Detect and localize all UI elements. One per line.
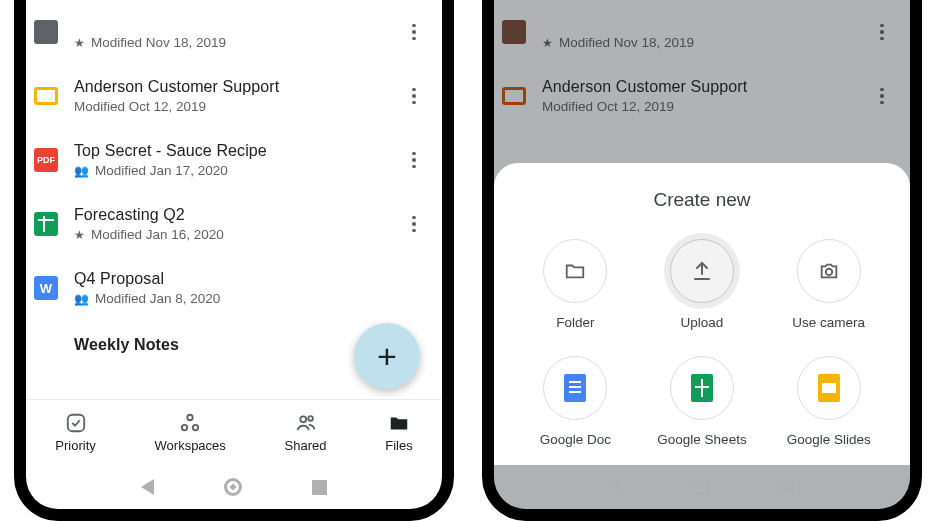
file-subline: 👥 Modified Jan 8, 2020	[74, 291, 426, 306]
file-title: Anderson Customer Support	[74, 78, 386, 96]
android-nav-bar	[26, 465, 442, 509]
back-button[interactable]	[609, 479, 622, 495]
folder-icon	[543, 239, 607, 303]
sheet-title: Create new	[516, 189, 888, 211]
svg-point-6	[825, 269, 831, 275]
star-icon: ★	[74, 36, 85, 50]
svg-point-4	[300, 416, 306, 422]
word-icon: W	[34, 276, 58, 300]
file-type-icon	[34, 334, 58, 358]
home-button[interactable]	[692, 478, 710, 496]
svg-point-3	[193, 425, 199, 431]
workspaces-icon	[179, 412, 201, 434]
more-options-button[interactable]	[402, 20, 426, 44]
phone-create-new-sheet: x ★ Modified Nov 18, 2019 Anderson Custo…	[482, 0, 922, 521]
file-row[interactable]: Forecasting Q2 ★ Modified Jan 16, 2020	[32, 192, 436, 256]
create-use-camera[interactable]: Use camera	[769, 239, 888, 330]
create-folder[interactable]: Folder	[516, 239, 635, 330]
star-icon: ★	[74, 228, 85, 242]
shared-nav-icon	[294, 412, 318, 434]
android-nav-bar	[494, 465, 910, 509]
file-title: Q4 Proposal	[74, 270, 426, 288]
upload-icon	[670, 239, 734, 303]
create-options-grid: Folder Upload Use camera Google Doc	[516, 239, 888, 447]
file-row[interactable]: Anderson Customer Support Modified Oct 1…	[32, 64, 436, 128]
phone-files-list: … ★ Modified Nov 18, 2019 Anderson Custo…	[14, 0, 454, 521]
more-options-button[interactable]	[402, 148, 426, 172]
file-subline: 👥 Modified Jan 17, 2020	[74, 163, 386, 178]
more-options-button[interactable]	[402, 212, 426, 236]
pdf-icon: PDF	[34, 148, 58, 172]
recents-button[interactable]	[312, 480, 327, 495]
create-google-doc[interactable]: Google Doc	[516, 356, 635, 447]
priority-icon	[65, 412, 87, 434]
slides-icon	[34, 87, 58, 105]
nav-priority[interactable]: Priority	[55, 412, 95, 453]
back-button[interactable]	[141, 479, 154, 495]
google-sheets-icon	[670, 356, 734, 420]
create-google-slides[interactable]: Google Slides	[769, 356, 888, 447]
more-options-button[interactable]	[402, 84, 426, 108]
bottom-nav: Priority Workspaces Shared Files	[26, 399, 442, 465]
file-subline: ★ Modified Jan 16, 2020	[74, 227, 386, 242]
nav-files[interactable]: Files	[385, 412, 412, 453]
create-google-sheets[interactable]: Google Sheets	[643, 356, 762, 447]
file-list: … ★ Modified Nov 18, 2019 Anderson Custo…	[26, 0, 442, 358]
sheets-icon	[34, 212, 58, 236]
create-new-sheet: Create new Folder Upload Use camera	[494, 163, 910, 465]
svg-point-5	[308, 416, 313, 421]
file-meta: … ★ Modified Nov 18, 2019	[74, 14, 386, 50]
shared-icon: 👥	[74, 164, 89, 178]
file-title: Top Secret - Sauce Recipe	[74, 142, 386, 160]
recents-button[interactable]	[780, 480, 795, 495]
file-type-icon	[34, 20, 58, 44]
folder-icon	[387, 412, 411, 434]
file-row[interactable]: PDF Top Secret - Sauce Recipe 👥 Modified…	[32, 128, 436, 192]
google-slides-icon	[797, 356, 861, 420]
create-new-fab[interactable]: +	[354, 323, 420, 389]
google-doc-icon	[543, 356, 607, 420]
nav-shared[interactable]: Shared	[285, 412, 327, 453]
file-subline: Modified Oct 12, 2019	[74, 99, 386, 114]
camera-icon	[797, 239, 861, 303]
file-title: Forecasting Q2	[74, 206, 386, 224]
svg-point-1	[187, 415, 193, 421]
svg-rect-0	[67, 415, 84, 432]
create-upload[interactable]: Upload	[643, 239, 762, 330]
file-subline: ★ Modified Nov 18, 2019	[74, 35, 386, 50]
nav-workspaces[interactable]: Workspaces	[155, 412, 226, 453]
svg-point-2	[182, 425, 188, 431]
home-button[interactable]	[224, 478, 242, 496]
file-row[interactable]: … ★ Modified Nov 18, 2019	[32, 0, 436, 64]
shared-icon: 👥	[74, 292, 89, 306]
file-row[interactable]: W Q4 Proposal 👥 Modified Jan 8, 2020	[32, 256, 436, 320]
